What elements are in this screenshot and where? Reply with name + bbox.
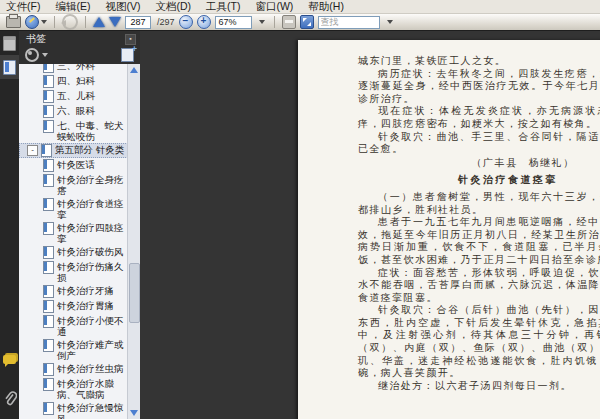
zoom-level-combo[interactable]: 67% [215,16,252,29]
bookmark-page-icon [43,300,54,313]
bookmark-page-icon [43,222,54,235]
bookmark-label: 针灸医话 [57,159,95,170]
bookmark-row[interactable]: 针灸治疗伤痛久损 [19,260,128,284]
chevron-down-icon [259,20,265,24]
fit-width-button[interactable] [282,15,296,29]
bookmark-label: 针灸治疗丝虫病 [57,363,124,374]
previous-page-button[interactable] [93,15,105,29]
bookmarks-panel-header: 书签 ▪ [19,31,140,47]
bookmark-row[interactable]: 针灸医话 [19,158,128,173]
menu-item[interactable]: 编辑(E) [54,0,91,14]
bookmarks-panel-tab[interactable] [0,55,19,79]
arrow-up-icon [93,17,105,27]
bookmark-page-icon [43,402,54,415]
scroll-down-button[interactable] [130,410,138,416]
bookmark-page-icon [43,75,54,88]
bookmark-label: 针灸治疗胃痛 [57,300,114,311]
bookmark-label: 三、外科 [57,64,95,71]
bookmark-label: 第五部分 针灸类 [55,144,124,155]
bookmark-page-icon [43,339,54,352]
attribution-line: （广丰县 杨继礼） [358,157,600,170]
page-text: 城东门里，某铁匠工人之女。病历症状：去年秋冬之间，四肢发生疙瘩，如小米状，逐渐蔓… [298,40,600,392]
zoom-out-button[interactable]: − [179,15,193,29]
bookmark-row[interactable]: 四、妇科 [19,74,128,89]
pages-icon [3,36,16,51]
collapse-minus-icon[interactable]: - [27,145,38,156]
gear-icon [25,48,39,62]
menu-bar: 文件(F)编辑(E)视图(V)文档(D)工具(T)窗口(W)帮助(H) [0,0,600,14]
bookmark-section-row[interactable]: -第五部分 针灸类 [19,143,128,158]
new-bookmark-button[interactable] [121,48,134,62]
bookmark-row[interactable]: 针灸治疗小便不通 [19,314,128,338]
bookmark-row[interactable]: 针灸治疗难产或倒产 [19,338,128,362]
bookmark-label: 针灸治疗四肢痉挛 [57,222,128,244]
bookmark-page-icon [43,198,54,211]
document-pane[interactable]: 城东门里，某铁匠工人之女。病历症状：去年秋冬之间，四肢发生疙瘩，如小米状，逐渐蔓… [140,31,600,419]
paragraph: 现在症状：体检无发炎症状，亦无病源状态，不痛不痒，四肢疙瘩密布，如粳米大，按之如… [358,105,600,130]
export-button[interactable] [25,15,47,29]
menu-item[interactable]: 视图(V) [104,0,141,14]
previous-view-button[interactable] [62,15,78,29]
bookmark-label: 针灸治疗全身疙瘩 [57,174,128,196]
bookmark-row[interactable]: 针灸治疗胃痛 [19,299,128,314]
bookmark-row[interactable]: 针灸治疗急慢惊风 [19,401,128,419]
bookmark-row[interactable]: 五、儿科 [19,89,128,104]
bookmark-label: 针灸治疗难产或倒产 [57,339,128,361]
navigation-bottom-tabs [0,347,19,411]
bookmark-label: 针灸治疗破伤风 [57,246,124,257]
bookmarks-panel: 书签 ▪ 三、外科四、妇科五、儿科六、眼科七、中毒、蛇犬蜈蚣咬伤-第五部分 针灸… [19,31,140,419]
menu-item[interactable]: 工具(T) [205,0,241,14]
printer-icon [6,16,21,28]
print-button[interactable] [6,15,21,29]
bookmark-row[interactable]: 七、中毒、蛇犬蜈蚣咬伤 [19,119,128,143]
bookmark-icon [3,60,16,75]
bookmark-row[interactable]: 六、眼科 [19,104,128,119]
paragraph: （一）患者詹树堂，男性，现年六十三岁，住广丰县八都排山乡，胜利社社员。 [358,191,600,216]
zoom-in-icon: + [197,15,211,29]
bookmark-page-icon [43,315,54,328]
scroll-up-button[interactable] [130,67,138,73]
bookmark-label: 四、妇科 [57,75,95,86]
export-icon [25,15,39,29]
bookmark-page-icon [43,378,54,391]
zoom-out-icon: − [179,15,193,29]
page-number-input[interactable] [125,16,151,29]
find-input[interactable] [318,16,380,29]
menu-item[interactable]: 文档(D) [154,0,192,14]
menu-item[interactable]: 帮助(H) [307,0,345,14]
panel-title: 书签 [26,32,46,46]
tree-scrollbar[interactable] [127,64,140,419]
attachments-panel-tab[interactable] [0,387,19,411]
bookmark-row[interactable]: 针灸治疗牙痛 [19,284,128,299]
paragraph: 病历症状：去年秋冬之间，四肢发生疙瘩，如小米状，逐渐蔓延全身，经中西医治疗无效。… [358,68,600,106]
zoom-in-button[interactable]: + [197,15,211,29]
bookmark-row[interactable]: 针灸治疗破伤风 [19,245,128,260]
bookmark-row[interactable]: 针灸治疗水臌病、气臌病 [19,377,128,401]
bookmark-row[interactable]: 针灸治疗四肢痉挛 [19,221,128,245]
zoom-dropdown-button[interactable] [256,16,267,29]
scroll-thumb[interactable] [129,263,140,323]
bookmark-page-icon [43,246,54,259]
options-button[interactable] [25,48,48,62]
pages-panel-tab[interactable] [0,31,19,55]
find-dropdown-button[interactable] [384,16,395,29]
bookmark-row[interactable]: 三、外科 [19,64,128,74]
bookmark-label: 针灸治疗牙痛 [57,285,114,296]
panel-menu-button[interactable]: ▪ [125,34,136,45]
bookmark-row[interactable]: 针灸治疗食道痉挛 [19,197,128,221]
bookmark-page-icon [41,144,52,157]
fit-page-button[interactable] [300,15,314,29]
comments-panel-tab[interactable] [0,347,19,371]
next-page-button[interactable] [109,15,121,29]
menu-item[interactable]: 窗口(W) [254,0,294,14]
bookmark-row[interactable]: 针灸治疗丝虫病 [19,362,128,377]
arrow-down-icon [109,17,121,27]
menu-item[interactable]: 文件(F) [5,0,41,14]
bookmark-label: 六、眼科 [57,105,95,116]
previous-view-icon [62,14,78,30]
paperclip-icon [3,391,17,407]
bookmark-row[interactable]: 针灸治疗全身疙瘩 [19,173,128,197]
fit-page-icon [300,15,314,29]
comments-icon [3,355,16,364]
chevron-down-icon [387,20,393,24]
